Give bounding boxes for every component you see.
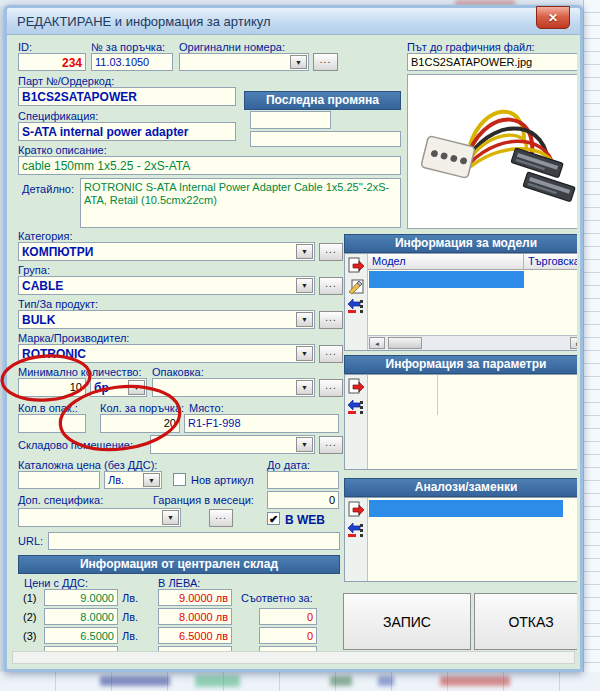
add-record-icon[interactable] (347, 501, 365, 519)
to-date-field[interactable] (267, 471, 339, 489)
type-combobox[interactable]: BULK ▼ (18, 310, 315, 329)
package-browse-button[interactable]: ... (319, 379, 343, 397)
detail-textarea[interactable]: ROTRONIC S-ATA Internal Power Adapter Ca… (80, 178, 401, 228)
order-no-field[interactable]: 11.03.1050 (91, 53, 173, 71)
brand-browse-button[interactable]: ... (319, 345, 343, 363)
remove-record-icon[interactable] (347, 522, 365, 540)
cancel-button[interactable]: ОТКАЗ (474, 593, 577, 650)
short-desc-field[interactable]: cable 150mm 1x5.25 - 2xS-ATA (18, 156, 401, 175)
part-no-field[interactable]: B1CS2SATAPOWER (18, 87, 236, 106)
chevron-down-icon[interactable]: ▼ (290, 55, 307, 69)
in-web-label: В WEB (285, 513, 325, 527)
chevron-down-icon[interactable]: ▼ (296, 346, 313, 361)
add-record-icon[interactable] (347, 257, 365, 275)
models-col-model[interactable]: Модел (368, 254, 524, 270)
warranty-field[interactable]: 0 (267, 491, 339, 509)
background-spreadsheet-bottom (0, 672, 600, 691)
type-label: Тип/За продукт: (18, 298, 98, 310)
extra-spec-browse-button[interactable]: ... (209, 509, 233, 527)
brand-label: Марка/Производител: (18, 332, 129, 344)
models-scroll-thumb[interactable] (388, 337, 422, 349)
chevron-down-icon[interactable]: ▼ (296, 380, 313, 395)
dialog-titlebar[interactable]: РЕДАКТИРАНЕ и информация за артикул ✕ (7, 8, 580, 35)
background-cell-red (440, 676, 510, 686)
min-qty-unit-value: бр (94, 381, 109, 395)
spec-field[interactable]: S-ATA internal power adapter (18, 122, 236, 141)
check-icon: ✔ (269, 513, 278, 525)
type-value: BULK (22, 313, 55, 327)
graphic-path-field[interactable]: B1CS2SATAPOWER.jpg (407, 53, 577, 71)
price-field[interactable]: 6.5000 (44, 627, 118, 644)
new-article-checkbox[interactable] (173, 473, 186, 486)
group-browse-button[interactable]: ... (319, 277, 343, 295)
match-for-label: Съответно за: (241, 592, 313, 604)
models-selected-row[interactable] (369, 271, 524, 288)
new-article-label: Нов артикул (191, 474, 254, 486)
orig-numbers-browse-button[interactable]: ... (313, 53, 338, 71)
close-button[interactable]: ✕ (536, 6, 570, 29)
add-record-icon[interactable] (347, 378, 365, 396)
background-spreadsheet-right (583, 0, 600, 691)
dialog-content: ID: 234 № за поръчка: 11.03.1050 Оригина… (10, 35, 577, 666)
extra-spec-combobox[interactable]: ▼ (18, 508, 181, 527)
chevron-down-icon[interactable]: ▼ (143, 473, 160, 487)
url-field[interactable] (48, 532, 340, 550)
currency-combobox[interactable]: Лв. ▼ (104, 471, 162, 489)
catalog-price-field[interactable] (18, 471, 100, 489)
product-image (407, 74, 577, 229)
order-qty-field[interactable]: 20 (100, 414, 180, 433)
category-combobox[interactable]: КОМПЮТРИ ▼ (18, 242, 315, 261)
qty-in-pack-label: Кол.в опак.: (18, 402, 78, 414)
warehouse-browse-button[interactable]: ... (319, 436, 343, 454)
short-desc-label: Кратко описание: (18, 144, 107, 156)
models-hscrollbar[interactable]: ◂ ▸ (368, 335, 577, 350)
order-qty-label: Кол. за поръчка: (100, 402, 184, 414)
price-field[interactable]: 8.0000 (44, 608, 118, 625)
params-icon-strip (345, 375, 368, 469)
analogs-selected-row[interactable] (369, 500, 563, 517)
edit-record-icon[interactable] (347, 278, 365, 296)
min-qty-unit-combobox[interactable]: бр ▼ (90, 378, 147, 397)
last-change-date-field (250, 111, 331, 129)
price-cur: Лв. (122, 630, 138, 642)
remove-record-icon[interactable] (347, 399, 365, 417)
to-date-label: До дата: (267, 459, 310, 471)
location-field[interactable]: R1-F1-998 (184, 414, 339, 433)
price-cur: Лв. (122, 592, 138, 604)
match-field: 0 (259, 608, 317, 625)
min-qty-field[interactable]: 10 (18, 378, 86, 397)
remove-record-icon[interactable] (347, 298, 365, 316)
category-value: КОМПЮТРИ (22, 245, 93, 259)
models-col-trade[interactable]: Търговска (524, 254, 577, 270)
analogs-icon-strip (345, 498, 368, 581)
chevron-down-icon[interactable]: ▼ (296, 437, 313, 452)
brand-combobox[interactable]: ROTRONIC ▼ (18, 344, 315, 363)
scroll-right-icon[interactable]: ▸ (570, 337, 577, 349)
chevron-down-icon[interactable]: ▼ (128, 380, 145, 395)
models-panel-header: Информация за модели (344, 234, 577, 253)
scroll-left-icon[interactable]: ◂ (369, 337, 385, 349)
id-label: ID: (18, 41, 32, 53)
id-field[interactable]: 234 (18, 53, 86, 71)
group-combobox[interactable]: CABLE ▼ (18, 276, 315, 295)
background-cell-blue (378, 676, 394, 686)
models-panel: Модел Търговска ◂ ▸ (344, 253, 577, 351)
orig-numbers-combobox[interactable]: ▼ (179, 53, 309, 71)
qty-in-pack-field[interactable] (18, 414, 86, 433)
type-browse-button[interactable]: ... (319, 311, 343, 329)
chevron-down-icon[interactable]: ▼ (296, 278, 313, 293)
category-browse-button[interactable]: ... (319, 243, 343, 261)
part-no-label: Парт №/Ордеркод: (18, 75, 114, 87)
extra-spec-label: Доп. специфика: (18, 494, 103, 506)
analogs-panel-header: Аналози/заменки (344, 478, 577, 497)
save-button[interactable]: ЗАПИС (343, 593, 471, 650)
in-web-checkbox[interactable]: ✔ (267, 512, 280, 525)
edit-article-dialog: РЕДАКТИРАНЕ и информация за артикул ✕ ID… (4, 5, 583, 672)
chevron-down-icon[interactable]: ▼ (296, 244, 313, 259)
package-combobox[interactable]: ▼ (152, 378, 315, 397)
chevron-down-icon[interactable]: ▼ (296, 312, 313, 327)
dialog-status-strip (12, 651, 575, 664)
chevron-down-icon[interactable]: ▼ (162, 510, 179, 525)
warehouse-combobox[interactable]: ▼ (150, 435, 315, 454)
price-field[interactable]: 9.0000 (44, 589, 118, 606)
